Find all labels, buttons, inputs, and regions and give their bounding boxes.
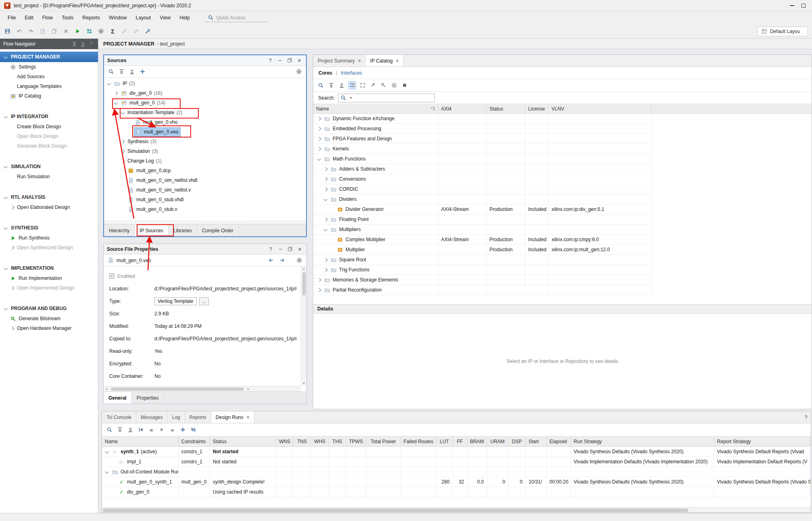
catalog-row-memories-storage-elements[interactable]: Memories & Storage Elements	[313, 275, 652, 285]
sources-tree-item-div-gen-0[interactable]: div_gen_0(16)	[104, 88, 306, 98]
expand-all-icon[interactable]	[129, 68, 135, 75]
sources-tree-item-synthesis[interactable]: Synthesis(3)	[104, 137, 306, 146]
column-header-report-strategy[interactable]: Report Strategy	[714, 436, 811, 446]
chevron-down-icon[interactable]	[3, 225, 8, 231]
hscroll-thumb[interactable]	[111, 388, 244, 391]
menu-view[interactable]: View	[155, 13, 175, 22]
chevron-right-icon[interactable]	[316, 126, 322, 131]
flownav-item-add-sources[interactable]: Add Sources	[0, 72, 98, 81]
editor-tab-project-summary[interactable]: Project Summary×	[313, 55, 366, 67]
add-circle-icon[interactable]	[391, 82, 398, 89]
sources-tree-item-instantiation-template[interactable]: Instantiation Template(2)	[104, 108, 306, 117]
flownav-item-run-implementation[interactable]: Run Implementation	[0, 273, 98, 283]
wrench-icon[interactable]	[370, 82, 377, 89]
chevron-right-icon[interactable]	[120, 158, 125, 164]
flownav-item-open-synthesized-design[interactable]: Open Synthesized Design	[0, 243, 98, 252]
column-header-dsp[interactable]: DSP	[508, 436, 526, 446]
percent-icon[interactable]: %	[190, 426, 197, 433]
forward-icon[interactable]	[279, 257, 285, 264]
sources-tree-item-mult-gen-0-veo[interactable]: mult_gen_0.veo	[104, 127, 306, 137]
column-header-lut[interactable]: LUT	[436, 436, 453, 446]
catalog-row-adders-subtracters[interactable]: Adders & Subtracters	[313, 164, 652, 174]
catalog-row-multiplier[interactable]: MultiplierProductionIncludedxilinx.com:i…	[313, 245, 652, 255]
collapse-all-icon[interactable]	[71, 41, 78, 48]
tab-libraries[interactable]: Libraries	[169, 225, 197, 236]
chevron-down-icon[interactable]	[323, 197, 328, 202]
console-tab-messages[interactable]: Messages	[136, 411, 168, 423]
sources-tree-item-change-log[interactable]: Change Log(1)	[104, 156, 306, 166]
run-row-out-of-context-module-runs[interactable]: Out-of-Context Module Runs	[102, 467, 811, 477]
subtab-cores[interactable]: Cores	[319, 70, 332, 76]
editor-tab-ip-catalog[interactable]: IP Catalog×	[366, 55, 404, 67]
save-icon[interactable]	[4, 28, 11, 35]
menu-window[interactable]: Window	[104, 13, 131, 22]
sources-tree-item-mult-gen-0-stub-vhdl[interactable]: mult_gen_0_stub.vhdl	[104, 195, 306, 204]
console-tab-design-runs[interactable]: Design Runs×	[211, 411, 254, 423]
flownav-item-open-implemented-design[interactable]: Open Implemented Design	[0, 283, 98, 293]
column-header-status[interactable]: Status	[487, 104, 525, 113]
chevron-down-icon[interactable]	[3, 114, 8, 119]
column-header-constraints[interactable]: Constraints	[179, 436, 210, 446]
enabled-checkbox[interactable]: ✓	[109, 273, 115, 279]
menu-flow[interactable]: Flow	[38, 13, 57, 22]
add-icon[interactable]	[139, 68, 146, 75]
flownav-item-create-block-design[interactable]: Create Block Design	[0, 122, 98, 131]
search-icon[interactable]	[317, 82, 324, 89]
column-header-failed-routes[interactable]: Failed Routes	[401, 436, 436, 446]
browse-button[interactable]: ...	[199, 297, 209, 305]
tab-ip-sources[interactable]: IP Sources	[135, 225, 168, 236]
column-header-status[interactable]: Status	[210, 436, 277, 446]
chevron-right-icon[interactable]	[323, 177, 328, 182]
redo-icon[interactable]: ↷	[27, 28, 34, 35]
catalog-row-floating-point[interactable]: Floating Point	[313, 215, 652, 225]
chevron-right-icon[interactable]	[316, 146, 322, 152]
flownav-section-simulation[interactable]: SIMULATION	[0, 161, 98, 172]
chevron-right-icon[interactable]	[120, 149, 125, 154]
console-tab-log[interactable]: Log	[168, 411, 185, 423]
help-icon[interactable]: ?	[88, 41, 95, 48]
column-header-vlnv[interactable]: VLNV	[549, 104, 652, 113]
column-header-ff[interactable]: FF	[453, 436, 467, 446]
close-icon[interactable]: ×	[296, 57, 303, 64]
chevron-right-icon[interactable]	[10, 286, 15, 291]
flownav-section-implementation[interactable]: IMPLEMENTATION	[0, 263, 98, 273]
chevron-right-icon[interactable]	[113, 91, 119, 96]
catalog-row-multipliers[interactable]: Multipliers	[313, 225, 652, 235]
catalog-row-dividers[interactable]: Dividers	[313, 194, 652, 204]
help-icon[interactable]: ?	[267, 57, 274, 64]
menu-edit[interactable]: Edit	[20, 13, 38, 22]
column-header-uram[interactable]: URAM	[487, 436, 508, 446]
flownav-item-generate-bitstream[interactable]: Generate Bitstream	[0, 314, 98, 323]
chevron-down-icon[interactable]	[104, 449, 110, 454]
run-row-impl-1[interactable]: ▷impl_1constrs_1Not startedVivado Implem…	[102, 457, 811, 467]
flownav-section-synthesis[interactable]: SYNTHESIS	[0, 223, 98, 233]
sources-tree-item-mult-gen-0-sim-netlist-vhdl[interactable]: mult_gen_0_sim_netlist.vhdl	[104, 175, 306, 185]
chevron-down-icon[interactable]	[3, 195, 8, 200]
square-icon[interactable]	[401, 82, 408, 89]
menu-help[interactable]: Help	[175, 13, 194, 22]
sources-tree-item-mult-gen-0-sim-netlist-v[interactable]: mult_gen_0_sim_netlist.v	[104, 185, 306, 195]
chevron-right-icon[interactable]	[316, 136, 322, 142]
flownav-item-ip-catalog[interactable]: IP Catalog	[0, 91, 98, 101]
chevron-right-icon[interactable]	[10, 245, 15, 250]
minimize-icon[interactable]	[277, 57, 283, 64]
scroll-up-icon[interactable]: ▴	[303, 267, 304, 271]
flownav-section-rtl-analysis[interactable]: RTL ANALYSIS	[0, 192, 98, 202]
float-icon[interactable]	[286, 57, 293, 64]
run-row-mult-gen-0-synth-1[interactable]: ✓mult_gen_0_synth_1mult_gen_0synth_desig…	[102, 477, 811, 487]
chevron-right-icon[interactable]	[323, 187, 328, 192]
column-header-total-power[interactable]: Total Power	[366, 436, 401, 446]
collapse-all-icon[interactable]	[328, 82, 335, 89]
close-icon[interactable]: ×	[396, 58, 399, 64]
ip-search-input[interactable]	[338, 94, 435, 102]
quick-access-input[interactable]: Quick Access	[206, 13, 267, 22]
first-icon[interactable]	[137, 426, 144, 433]
column-header-run-strategy[interactable]: Run Strategy	[571, 436, 714, 446]
catalog-row-complex-multiplier[interactable]: Complex MultiplierAXI4-StreamProductionI…	[313, 235, 652, 245]
catalog-row-embedded-processing[interactable]: Embedded Processing	[313, 124, 652, 134]
tab-general[interactable]: General	[104, 392, 132, 404]
tab-compile-order[interactable]: Compile Order	[197, 225, 239, 236]
chevron-right-icon[interactable]	[10, 326, 15, 331]
console-tab-reports[interactable]: Reports	[185, 411, 211, 423]
key-icon[interactable]	[380, 82, 387, 89]
